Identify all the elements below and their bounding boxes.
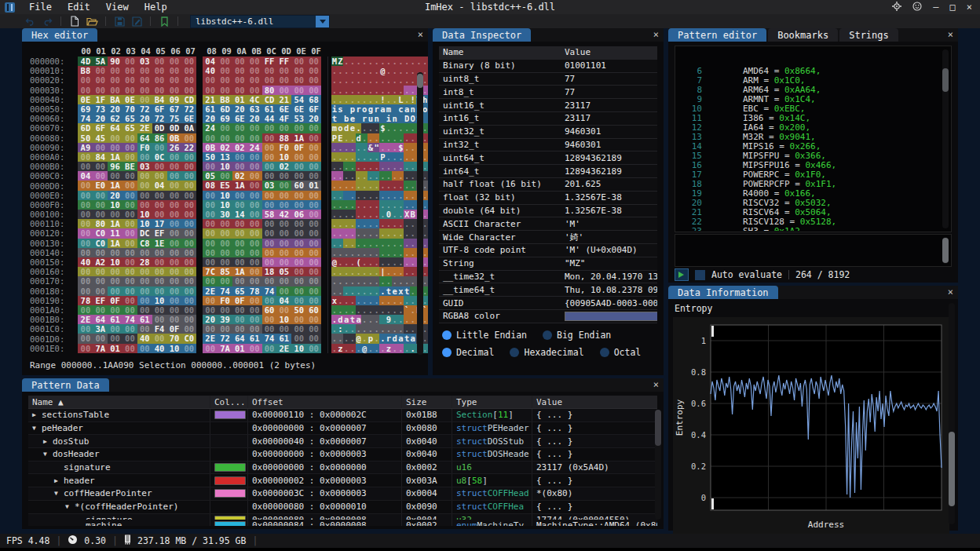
hex-byte[interactable]: F0 — [137, 143, 152, 152]
hex-byte[interactable]: 00 — [152, 171, 167, 181]
hex-byte[interactable]: 21 — [276, 95, 291, 104]
hex-byte[interactable]: 64 — [137, 133, 152, 143]
hex-byte[interactable]: 00 — [247, 344, 262, 353]
hex-byte[interactable]: 00 — [291, 152, 306, 162]
inspector-row[interactable]: int64_t12894362189 — [439, 165, 657, 178]
hex-byte[interactable]: 00 — [181, 200, 196, 210]
close-icon[interactable]: × — [653, 29, 659, 40]
hex-byte[interactable]: 64 — [93, 315, 108, 324]
hex-byte[interactable]: 00 — [181, 152, 196, 162]
hex-byte[interactable]: 72 — [137, 104, 152, 114]
hex-byte[interactable]: 09 — [167, 95, 182, 104]
hex-row[interactable]: 000140:00000000000000000000000000000000.… — [22, 248, 428, 257]
hex-byte[interactable]: 00 — [232, 191, 247, 200]
hex-byte[interactable]: 00 — [306, 162, 321, 171]
hex-byte[interactable]: 00 — [232, 248, 247, 257]
hex-byte[interactable]: 6F — [93, 123, 108, 133]
hex-byte[interactable]: 00 — [306, 75, 321, 85]
hex-byte[interactable]: 00 — [122, 228, 137, 238]
hex-byte[interactable]: 20 — [203, 315, 218, 324]
minimize-button[interactable]: – — [933, 2, 938, 13]
menu-help[interactable]: Help — [137, 1, 175, 13]
undo-icon[interactable] — [24, 15, 36, 27]
hex-byte[interactable]: 00 — [167, 219, 182, 228]
hex-byte[interactable]: 7A — [218, 344, 232, 353]
hex-byte[interactable]: 00 — [232, 324, 247, 334]
chevron-right-icon[interactable]: ▶ — [43, 438, 53, 445]
hex-byte[interactable]: 10 — [108, 200, 122, 210]
hex-row[interactable]: 0000D0:00E01A000004000008E51A0003006001.… — [22, 181, 428, 190]
inspector-row[interactable]: int32_t9460301 — [439, 139, 657, 152]
hex-byte[interactable]: 00 — [276, 75, 291, 85]
hex-byte[interactable]: 00 — [93, 191, 108, 200]
hex-byte[interactable]: 74 — [218, 286, 232, 296]
hex-byte[interactable]: 00 — [78, 276, 93, 286]
data-information-scrollbar[interactable] — [949, 303, 955, 524]
hex-byte[interactable]: 00 — [167, 162, 182, 171]
endian-radio-little-endian[interactable] — [442, 330, 452, 340]
hex-byte[interactable]: 72 — [218, 334, 232, 343]
hex-byte[interactable]: 00 — [218, 57, 232, 66]
hex-byte[interactable]: 00 — [78, 191, 93, 200]
hex-byte[interactable]: 1A — [108, 239, 122, 248]
hex-byte[interactable]: 00 — [247, 200, 262, 210]
hex-byte[interactable]: 00 — [247, 228, 262, 238]
hex-byte[interactable]: 00 — [262, 123, 277, 133]
hex-byte[interactable]: 00 — [291, 315, 306, 324]
hex-byte[interactable]: 00 — [306, 200, 321, 210]
hex-byte[interactable]: 00 — [122, 344, 137, 353]
pattern-data-row[interactable]: signature0x00000000 : 0x00000000x0002u16… — [28, 462, 657, 475]
hex-byte[interactable]: 00 — [218, 228, 232, 238]
hex-byte[interactable]: 00 — [218, 219, 232, 228]
inspector-row[interactable]: __time64_tThu, 10.08.2378 09:16 — [439, 283, 657, 297]
hex-byte[interactable]: E5 — [218, 181, 232, 190]
inspector-row[interactable]: double (64 bit)1.32567E-38 — [439, 205, 657, 218]
hex-byte[interactable]: 74 — [122, 315, 137, 324]
hex-row[interactable]: 000190:78EF0F000010000000F00F0000040000x… — [22, 296, 428, 305]
hex-byte[interactable]: 00 — [137, 296, 152, 305]
hex-byte[interactable]: 01 — [306, 181, 321, 190]
hex-byte[interactable]: 00 — [218, 86, 232, 95]
hex-byte[interactable]: 00 — [152, 286, 167, 296]
hex-byte[interactable]: 00 — [232, 57, 247, 66]
hex-byte[interactable]: 00 — [167, 171, 182, 181]
hex-byte[interactable]: 00 — [306, 257, 321, 267]
hex-row[interactable]: 000070:6D6F64652E0D0D0A2400000000000000m… — [22, 123, 428, 133]
code-scrollbar[interactable] — [942, 49, 949, 228]
hex-byte[interactable]: 90 — [108, 57, 122, 66]
hex-byte[interactable]: 00 — [181, 315, 196, 324]
hex-row[interactable]: 0001A0:00000000000000000000000060005060.… — [22, 305, 428, 315]
hex-byte[interactable]: 00 — [262, 324, 277, 334]
hex-byte[interactable]: 00 — [108, 143, 122, 152]
hex-byte[interactable]: 60 — [262, 305, 277, 315]
hex-byte[interactable]: 75 — [167, 114, 182, 123]
hex-byte[interactable]: 00 — [203, 162, 218, 171]
hex-byte[interactable]: 24 — [203, 123, 218, 133]
code-line[interactable]: 11I386 = 0x14C, — [675, 114, 951, 123]
hex-row[interactable]: 0001B0:2E646174610000002039000000100000.… — [22, 315, 428, 324]
hex-byte[interactable]: 42 — [276, 210, 291, 219]
hex-byte[interactable]: 00 — [232, 86, 247, 95]
hex-byte[interactable]: A2 — [93, 257, 108, 267]
hex-byte[interactable]: 21 — [203, 95, 218, 104]
hex-byte[interactable]: 00 — [181, 276, 196, 286]
hex-byte[interactable]: 00 — [152, 315, 167, 324]
hex-byte[interactable]: 00 — [122, 86, 137, 95]
hex-byte[interactable]: 00 — [181, 162, 196, 171]
inspector-row[interactable]: Binary (8 bit)01001101 — [439, 60, 657, 73]
inspector-row[interactable]: half float (16 bit)201.625 — [439, 178, 657, 192]
hex-byte[interactable]: 96 — [108, 162, 122, 171]
tab-data-information[interactable]: Data Information — [668, 286, 778, 299]
hex-byte[interactable]: 00 — [152, 57, 167, 66]
hex-byte[interactable]: CD — [262, 95, 277, 104]
hex-byte[interactable]: 00 — [291, 57, 306, 66]
hex-byte[interactable]: 1F — [93, 95, 108, 104]
hex-byte[interactable]: 00 — [78, 219, 93, 228]
hex-byte[interactable]: 00 — [262, 257, 277, 267]
hex-byte[interactable]: 00 — [137, 200, 152, 210]
hex-byte[interactable]: 00 — [93, 66, 108, 75]
hex-byte[interactable]: 04 — [276, 296, 291, 305]
hex-byte[interactable]: 00 — [262, 344, 277, 353]
hex-byte[interactable]: 08 — [203, 181, 218, 190]
hex-byte[interactable]: 13 — [218, 152, 232, 162]
